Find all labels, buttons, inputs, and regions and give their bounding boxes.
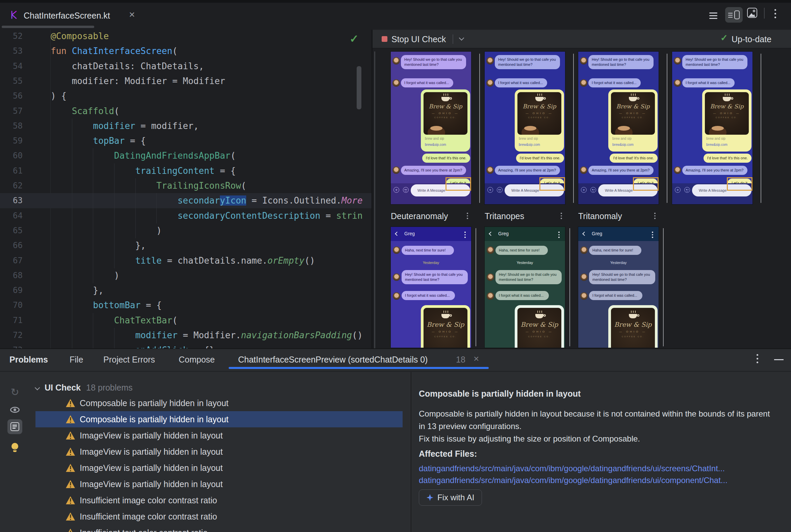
add-icon[interactable]: + bbox=[581, 187, 587, 193]
code-text: chatDetails: ChatDetails, bbox=[51, 59, 204, 74]
editor-tab-bar: ChatInterfaceScreen.kt × bbox=[0, 3, 791, 30]
list-detail-divider bbox=[411, 372, 411, 532]
code-token bbox=[51, 106, 72, 116]
problem-item[interactable]: Composable is partially hidden in layout bbox=[35, 411, 403, 428]
device-preview[interactable]: Hey! Should we go to that cafe you menti… bbox=[391, 52, 471, 204]
device-preview[interactable]: Hey! Should we go to that cafe you menti… bbox=[578, 52, 659, 204]
back-icon[interactable] bbox=[395, 232, 399, 236]
ui-issue-highlight bbox=[445, 177, 471, 191]
split-view-button[interactable] bbox=[725, 7, 743, 23]
refresh-icon[interactable]: ↻ bbox=[7, 384, 22, 399]
avatar bbox=[487, 246, 494, 254]
tab-file[interactable]: File bbox=[70, 355, 83, 365]
code-text: bottomBar = { bbox=[51, 298, 162, 313]
kebab-menu-icon[interactable] bbox=[654, 212, 656, 220]
received-message: Haha, next time for sure! bbox=[402, 246, 454, 255]
tab-close-icon[interactable]: × bbox=[129, 10, 135, 20]
add-icon[interactable]: + bbox=[488, 187, 493, 193]
kebab-menu-icon[interactable] bbox=[558, 231, 560, 239]
emoji-icon[interactable] bbox=[590, 187, 596, 193]
kebab-menu-icon[interactable] bbox=[464, 231, 466, 239]
editor-vertical-scrollbar[interactable] bbox=[357, 66, 362, 109]
preview-image-icon[interactable] bbox=[747, 8, 757, 18]
problem-item[interactable]: ImageView is partially hidden in layout bbox=[35, 476, 403, 492]
emoji-icon[interactable] bbox=[684, 187, 690, 193]
code-token bbox=[51, 195, 178, 206]
card-link[interactable]: brew&sip.com bbox=[612, 143, 633, 147]
problem-item[interactable]: ImageView is partially hidden in layout bbox=[35, 428, 403, 443]
inspections-check-icon[interactable]: ✓ bbox=[350, 33, 359, 45]
problem-item[interactable]: ImageView is partially hidden in layout bbox=[35, 443, 403, 460]
device-preview[interactable]: Hey! Should we go to that cafe you menti… bbox=[485, 52, 565, 204]
device-preview[interactable]: Hey! Should we go to that cafe you menti… bbox=[672, 52, 753, 204]
card-link[interactable]: brew&sip.com bbox=[425, 143, 446, 147]
problem-item[interactable]: Composable is partially hidden in layout bbox=[35, 395, 403, 411]
problem-item[interactable]: Insufficient text color contrast ratio bbox=[35, 525, 403, 532]
device-preview[interactable]: GregHaha, next time for sure!YesterdayHe… bbox=[485, 227, 565, 348]
tab-preview-problems[interactable]: ChatInterfaceScreenPreview (sortedChatDe… bbox=[238, 355, 428, 365]
more-options-icon[interactable] bbox=[774, 8, 776, 19]
problem-text: Insufficient image color contrast ratio bbox=[80, 496, 217, 505]
editor-horizontal-scrollbar[interactable] bbox=[2, 26, 94, 28]
lightbulb-icon[interactable] bbox=[7, 439, 22, 454]
code-token bbox=[51, 255, 135, 266]
code-line: 63 secondaryIcon = Icons.Outlined.More bbox=[0, 193, 372, 208]
problem-item[interactable]: Insufficient image color contrast ratio bbox=[35, 492, 403, 508]
code-line: 69 }, bbox=[0, 283, 372, 298]
ide-window: ChatInterfaceScreen.kt × 52@Composable53… bbox=[0, 0, 791, 532]
code-line: 57 Scaffold( bbox=[0, 103, 372, 119]
affected-file-link[interactable]: datingandfriends/src/main/java/com/ibm/g… bbox=[419, 462, 728, 474]
code-token bbox=[51, 180, 157, 191]
code-view-icon[interactable] bbox=[709, 11, 717, 21]
emoji-icon[interactable] bbox=[497, 187, 502, 193]
kebab-menu-icon[interactable] bbox=[467, 212, 468, 220]
active-file-tab[interactable]: ChatInterfaceScreen.kt bbox=[24, 11, 110, 21]
problem-text: ImageView is partially hidden in layout bbox=[80, 463, 223, 473]
emoji-icon[interactable] bbox=[403, 187, 409, 193]
code-editor[interactable]: 52@Composable53fun ChatInterfaceScreen(5… bbox=[0, 30, 372, 348]
affected-file-link[interactable]: datingandfriends/src/main/java/com/ibm/g… bbox=[419, 474, 728, 486]
avatar bbox=[674, 79, 681, 87]
panel-more-icon[interactable] bbox=[757, 353, 758, 364]
tab-close-icon[interactable]: × bbox=[474, 354, 479, 364]
code-token: = {} bbox=[188, 345, 215, 348]
device-preview[interactable]: GregHaha, next time for sure!YesterdayHe… bbox=[578, 227, 659, 348]
code-text: }, bbox=[51, 283, 104, 298]
coffee-shop-image: Brew & Sip— OHIO —COFFEE CO. bbox=[424, 308, 467, 348]
kebab-menu-icon[interactable] bbox=[560, 212, 562, 220]
detail-body: Composable is partially hidden in layout… bbox=[419, 407, 770, 432]
problem-item[interactable]: Insufficient image color contrast ratio bbox=[35, 508, 403, 525]
tab-compose[interactable]: Compose bbox=[179, 355, 215, 365]
preview-left-scrollbar[interactable] bbox=[374, 51, 375, 348]
code-token: ) bbox=[51, 270, 119, 281]
fix-with-ai-button[interactable]: Fix with AI bbox=[419, 490, 482, 506]
ui-check-group[interactable]: UI Check 18 problems bbox=[35, 381, 133, 394]
sent-message: I'd love that! It's this one. bbox=[610, 154, 658, 163]
brand-text: Brew & Sip bbox=[611, 103, 655, 110]
back-icon[interactable] bbox=[582, 232, 587, 236]
report-view-button[interactable] bbox=[7, 419, 22, 434]
device-preview[interactable]: GregHaha, next time for sure!YesterdayHe… bbox=[391, 227, 471, 348]
card-link[interactable]: brew&sip.com bbox=[519, 143, 540, 147]
chevron-down-icon[interactable] bbox=[459, 35, 464, 41]
back-icon[interactable] bbox=[489, 232, 493, 236]
add-icon[interactable]: + bbox=[675, 187, 681, 193]
stop-icon bbox=[382, 36, 387, 42]
kebab-menu-icon[interactable] bbox=[652, 231, 653, 239]
column-divider bbox=[476, 228, 476, 346]
tab-project-errors[interactable]: Project Errors bbox=[103, 355, 155, 365]
problem-item[interactable]: ImageView is partially hidden in layout bbox=[35, 460, 403, 476]
cup-icon bbox=[441, 97, 449, 101]
preview-eye-icon[interactable] bbox=[7, 402, 22, 417]
card-link[interactable]: brew&sip.com bbox=[706, 143, 728, 147]
problem-text: ImageView is partially hidden in layout bbox=[80, 447, 223, 457]
chevron-down-icon[interactable] bbox=[35, 385, 40, 390]
panel-title[interactable]: Problems bbox=[10, 355, 48, 365]
avatar bbox=[487, 292, 494, 300]
minimize-icon[interactable] bbox=[774, 359, 784, 360]
stop-ui-check-button[interactable]: Stop UI Check bbox=[391, 34, 446, 44]
brand-sub: — OHIO — bbox=[611, 330, 655, 333]
code-text: Scaffold( bbox=[51, 103, 119, 119]
preview-canvas[interactable]: Hey! Should we go to that cafe you menti… bbox=[372, 49, 791, 348]
add-icon[interactable]: + bbox=[393, 187, 399, 193]
